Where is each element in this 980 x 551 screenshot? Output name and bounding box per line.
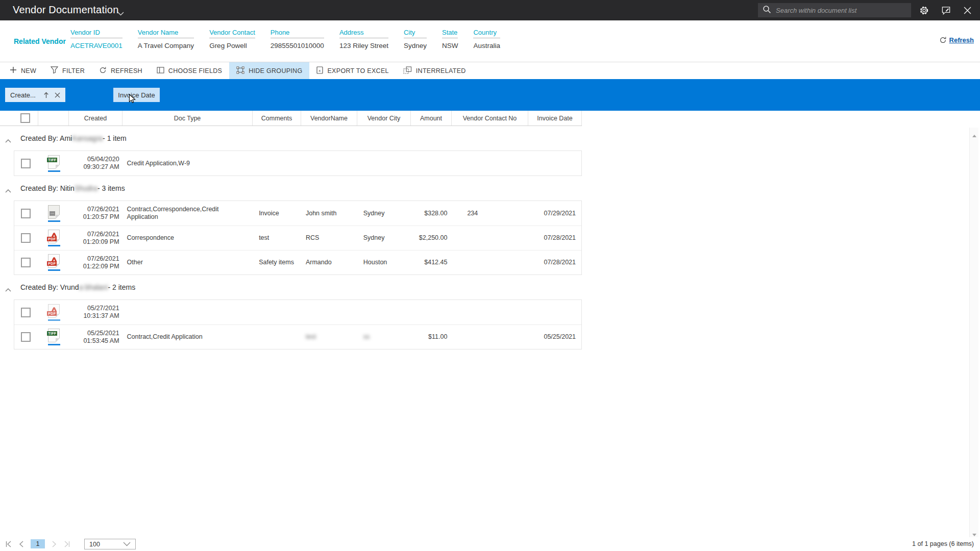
comments-cell: Safety items	[253, 259, 301, 266]
row-checkbox[interactable]	[21, 332, 31, 342]
collapse-caret-icon[interactable]	[5, 186, 11, 194]
row-checkbox[interactable]	[21, 258, 31, 267]
row-checkbox[interactable]	[21, 209, 31, 218]
file-page: ···	[48, 205, 60, 219]
vendor-city-cell: Houston	[357, 259, 411, 266]
row-checkbox[interactable]	[21, 308, 31, 317]
tiff-file-icon[interactable]: TIFF	[47, 155, 61, 172]
toolbar-button-interrelated[interactable]: INTERRELATED	[396, 62, 473, 79]
row-file-icon-cell: PDF	[39, 254, 69, 271]
row-select-cell	[14, 258, 39, 267]
row-file-icon-cell: PDF	[39, 304, 69, 321]
file-link-underline	[48, 269, 60, 271]
pagination-bar: 1 100 1 of 1 pages (6 items)	[0, 537, 980, 551]
pdf-file-icon[interactable]: PDF	[47, 254, 61, 271]
amount-cell: $2,250.00	[411, 234, 452, 242]
toolbar-button-hide-grouping[interactable]: HIDE GROUPING	[229, 62, 309, 79]
group-header: Created By: Vrunda bhalani - 2 items	[0, 275, 582, 299]
table-row[interactable]: TIFF05/04/202009:30:27 AMCredit Applicat…	[14, 151, 581, 176]
settings-gear-icon[interactable]	[919, 5, 929, 15]
table-row[interactable]: PDF07/26/202101:20:09 PMCorrespondencete…	[14, 226, 581, 250]
collapse-caret-icon[interactable]	[5, 136, 11, 144]
group-section: Created By: Ami Kansagra - 1 itemTIFF05/…	[0, 126, 582, 176]
select-all-checkbox[interactable]	[20, 113, 30, 123]
svg-text:x: x	[319, 68, 321, 72]
previous-page-button[interactable]	[19, 541, 23, 547]
group-title-prefix: Created By: Nitin	[20, 184, 75, 192]
current-page-button[interactable]: 1	[31, 539, 45, 548]
tiff-file-icon[interactable]: TIFF	[47, 329, 61, 345]
next-page-button[interactable]	[52, 541, 57, 547]
toolbar-button-choose-fields[interactable]: CHOOSE FIELDS	[150, 62, 229, 79]
toolbar-button-label: INTERRELATED	[416, 67, 466, 74]
refresh-icon	[939, 36, 947, 44]
file-page: PDF	[48, 230, 60, 243]
search-input[interactable]	[776, 7, 906, 14]
header-select-all-cell	[0, 111, 38, 126]
invoice-date-chip[interactable]: Invoice Date	[113, 88, 160, 102]
vendor-refresh-label: Refresh	[949, 36, 974, 44]
collapse-caret-icon[interactable]	[5, 285, 11, 293]
column-header-amount[interactable]: Amount	[411, 111, 452, 126]
pdf-file-icon[interactable]: PDF	[47, 304, 61, 321]
toolbar-button-new[interactable]: NEW	[3, 62, 43, 79]
amount-cell: $328.00	[411, 210, 452, 217]
amount-cell-text: $2,250.00	[419, 234, 448, 241]
table-row[interactable]: PDF05/27/202110:31:37 AM	[14, 300, 581, 324]
table-header-row: CreatedDoc TypeCommentsVendorNameVendor …	[0, 111, 582, 126]
pdf-file-icon[interactable]: PDF	[47, 230, 61, 246]
row-checkbox[interactable]	[21, 233, 31, 243]
scroll-up-icon[interactable]	[972, 131, 977, 135]
doc-file-icon[interactable]: ···	[47, 205, 61, 222]
vendor-name-cell-text: John smith	[306, 210, 336, 217]
vertical-scrollbar[interactable]	[969, 128, 978, 537]
toolbar-button-filter[interactable]: FILTER	[43, 62, 92, 79]
vendor-field-label: Vendor Contact	[209, 29, 255, 38]
sort-ascending-icon[interactable]	[43, 92, 49, 98]
toolbar-button-refresh[interactable]: REFRESH	[92, 62, 150, 79]
column-header-created[interactable]: Created	[69, 111, 122, 126]
created-line: 01:20:09 PM	[69, 238, 119, 246]
column-header-doc-type[interactable]: Doc Type	[122, 111, 253, 126]
scroll-down-icon[interactable]	[972, 530, 977, 534]
create-chip-label: Create...	[10, 91, 38, 99]
feedback-icon[interactable]	[941, 5, 951, 15]
page-title[interactable]: Vendor Documentation	[13, 4, 118, 16]
toolbar-button-label: NEW	[21, 67, 36, 74]
tiff-badge: TIFF	[47, 331, 57, 336]
grouping-bar[interactable]: Create... Invoice Date	[0, 79, 980, 111]
group-title-blurred-name: Shudra	[75, 184, 97, 192]
first-page-button[interactable]	[5, 541, 12, 547]
column-header-vendor-city[interactable]: Vendor City	[357, 111, 411, 126]
vendor-field-value[interactable]: ACETRAVE0001	[70, 42, 122, 49]
close-icon[interactable]	[962, 5, 972, 15]
page-size-select[interactable]: 100	[84, 539, 136, 549]
row-file-icon-cell: ···	[39, 205, 69, 222]
vendor-field-label: Vendor Name	[138, 29, 194, 38]
row-checkbox[interactable]	[21, 159, 31, 168]
table-row[interactable]: PDF07/26/202101:22:09 PMOtherSafety item…	[14, 250, 581, 274]
column-header-invoice-date[interactable]: Invoice Date	[528, 111, 582, 126]
vendor-field-state: StateNSW	[442, 29, 458, 49]
column-header-comments[interactable]: Comments	[253, 111, 301, 126]
vendor-field-value: Sydney	[404, 42, 427, 49]
toolbar-button-export-to-excel[interactable]: xEXPORT TO EXCEL	[309, 62, 396, 79]
created-line: 01:22:09 PM	[69, 263, 119, 270]
toolbar-button-label: HIDE GROUPING	[249, 67, 302, 74]
vendor-field-country: CountryAustralia	[473, 29, 500, 49]
column-header-vendorname[interactable]: VendorName	[301, 111, 357, 126]
remove-group-icon[interactable]	[55, 92, 60, 98]
interrelated-icon	[403, 66, 412, 76]
create-chip[interactable]: Create...	[5, 88, 65, 102]
doc-type-cell: Contract,Credit Application	[123, 333, 253, 341]
header-file-icon-cell	[38, 111, 69, 126]
table-row[interactable]: ···07/26/202101:20:57 PMContract,Corresp…	[14, 201, 581, 226]
vendor-field-address: Address123 Riley Street	[339, 29, 388, 49]
chevron-down-icon[interactable]	[117, 9, 124, 18]
table-row[interactable]: TIFF05/25/202101:53:45 AMContract,Credit…	[14, 324, 581, 349]
vendor-city-cell-text: Sydney	[363, 210, 385, 217]
grouping-icon	[236, 66, 244, 76]
column-header-vendor-contact-no[interactable]: Vendor Contact No	[452, 111, 528, 126]
vendor-refresh-link[interactable]: Refresh	[939, 36, 974, 44]
last-page-button[interactable]	[64, 541, 70, 547]
